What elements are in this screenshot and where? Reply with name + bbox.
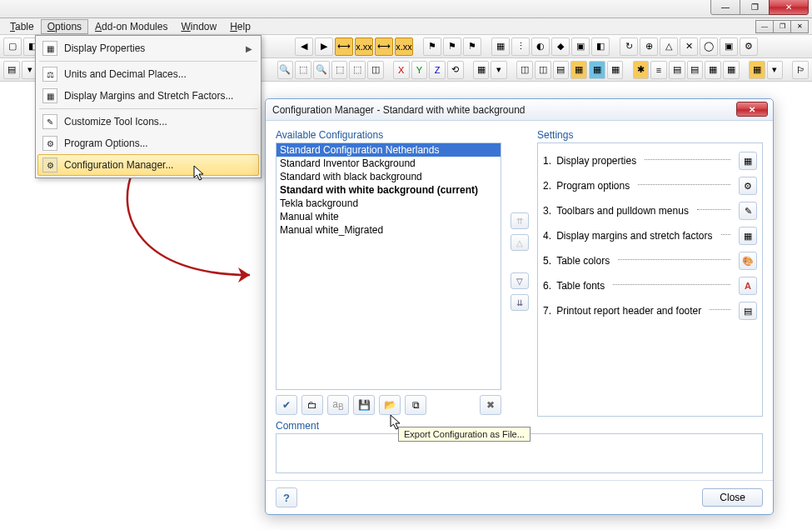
tool-icon[interactable]: ◯: [700, 38, 718, 56]
tool-icon[interactable]: ▾: [767, 61, 784, 79]
tool-icon[interactable]: ▦: [589, 61, 605, 79]
tool-icon[interactable]: ⬚: [349, 61, 366, 79]
tool-dim-icon[interactable]: x.xx: [395, 38, 413, 56]
help-button[interactable]: ?: [276, 488, 297, 508]
tool-icon[interactable]: ▤: [669, 61, 685, 79]
list-item[interactable]: Standard with white background (current): [276, 183, 501, 197]
tool-icon[interactable]: ⚙: [740, 38, 758, 56]
double-down-icon: ⇊: [516, 298, 523, 308]
list-item[interactable]: Standard Configuration Netherlands: [276, 143, 501, 157]
tool-icon[interactable]: ▢: [3, 38, 22, 56]
menu-help[interactable]: Help: [223, 19, 257, 34]
list-item[interactable]: Standard with black background: [276, 170, 501, 183]
window-maximize-button[interactable]: ❐: [740, 0, 770, 15]
setting-edit-button[interactable]: ⚙: [739, 177, 757, 195]
tool-icon[interactable]: ◆: [551, 38, 570, 56]
tool-icon[interactable]: ⊕: [640, 38, 658, 56]
setting-edit-button[interactable]: 🎨: [739, 252, 757, 270]
setting-edit-button[interactable]: ▦: [739, 227, 757, 245]
tool-icon[interactable]: ▦: [607, 61, 624, 79]
tool-icon[interactable]: ▦: [705, 61, 721, 79]
mdi-minimize-button[interactable]: —: [755, 20, 774, 33]
menu-addon-modules[interactable]: Add-on Modules: [88, 19, 174, 34]
mdi-close-button[interactable]: ✕: [790, 20, 809, 33]
tool-icon[interactable]: ▤: [553, 61, 570, 79]
tool-icon[interactable]: ≡: [650, 61, 667, 79]
tool-icon[interactable]: ✱: [633, 61, 650, 79]
tool-icon[interactable]: ↻: [620, 38, 638, 56]
apply-button[interactable]: ✔: [276, 395, 297, 415]
menu-display-margins[interactable]: ▦ Display Margins and Stretch Factors...: [37, 85, 259, 107]
tool-flag-icon[interactable]: 🏳: [792, 61, 809, 79]
move-up-button[interactable]: △: [511, 234, 529, 251]
tool-dim-icon[interactable]: x.xx: [355, 38, 373, 56]
menu-units-decimal[interactable]: ⚖ Units and Decimal Places...: [37, 63, 259, 85]
tool-icon[interactable]: ⚑: [423, 38, 441, 56]
tool-dim-icon[interactable]: ⟷: [335, 38, 353, 56]
menu-options[interactable]: Options: [41, 19, 88, 34]
tool-icon[interactable]: △: [660, 38, 678, 56]
tool-y-axis-icon[interactable]: Y: [411, 61, 428, 79]
list-item[interactable]: Manual white: [276, 210, 501, 223]
move-down-button[interactable]: ▽: [511, 272, 529, 289]
tool-icon[interactable]: ⚑: [443, 38, 461, 56]
tool-icon[interactable]: ▤: [3, 61, 20, 79]
window-minimize-button[interactable]: —: [710, 0, 740, 15]
mdi-restore-button[interactable]: ❐: [773, 20, 791, 33]
tool-icon[interactable]: ▾: [491, 61, 507, 79]
tool-dim-icon[interactable]: ⟷: [375, 38, 393, 56]
close-button[interactable]: Close: [702, 488, 763, 507]
tool-icon[interactable]: ▦: [749, 61, 765, 79]
tool-icon[interactable]: ▣: [571, 38, 590, 56]
setting-edit-button[interactable]: ▤: [739, 302, 757, 320]
copy-config-button[interactable]: ⧉: [405, 395, 426, 415]
tool-zoom-icon[interactable]: 🔍: [277, 61, 294, 79]
tool-icon[interactable]: ◫: [535, 61, 551, 79]
tool-icon[interactable]: ▦: [723, 61, 740, 79]
tool-icon[interactable]: ⚑: [463, 38, 481, 56]
tool-icon[interactable]: ▦: [570, 61, 587, 79]
list-item[interactable]: Manual white_Migrated: [276, 223, 501, 237]
tool-icon[interactable]: 🔍: [313, 61, 330, 79]
move-top-button[interactable]: ⇈: [511, 212, 529, 229]
setting-edit-button[interactable]: ✎: [739, 202, 757, 220]
menu-customize-tool-icons[interactable]: ✎ Customize Tool Icons...: [37, 111, 259, 132]
import-config-button[interactable]: 📂: [379, 395, 401, 415]
tool-icon[interactable]: ⬚: [331, 61, 348, 79]
tool-icon[interactable]: ▤: [687, 61, 704, 79]
tool-icon[interactable]: ◧: [591, 38, 610, 56]
tool-icon[interactable]: ◫: [367, 61, 384, 79]
tool-icon[interactable]: ◫: [516, 61, 533, 79]
new-config-button[interactable]: 🗀: [301, 395, 323, 415]
tool-x-axis-icon[interactable]: X: [393, 61, 410, 79]
tool-z-axis-icon[interactable]: Z: [429, 61, 446, 79]
tool-icon[interactable]: ⋮: [511, 38, 530, 56]
window-close-button[interactable]: ✕: [769, 0, 809, 15]
menu-configuration-manager[interactable]: ⚙ Configuration Manager...: [37, 154, 259, 176]
menu-window[interactable]: Window: [174, 19, 223, 34]
dialog-titlebar[interactable]: Configuration Manager - Standard with wh…: [266, 99, 773, 121]
list-item[interactable]: Tekla background: [276, 197, 501, 210]
tool-icon[interactable]: ◐: [531, 38, 550, 56]
list-item[interactable]: Standard Inventor Background: [276, 157, 501, 170]
menu-program-options[interactable]: ⚙ Program Options...: [37, 132, 259, 154]
delete-config-button[interactable]: ✖: [480, 395, 501, 415]
tool-icon[interactable]: ▣: [720, 38, 738, 56]
rename-config-button[interactable]: aB: [327, 395, 349, 415]
export-config-button[interactable]: 💾: [353, 395, 375, 415]
menu-display-properties[interactable]: ▦ Display Properties ▶: [37, 38, 259, 59]
tool-icon[interactable]: ⬚: [295, 61, 311, 79]
tool-icon[interactable]: ▦: [491, 38, 510, 56]
tool-icon[interactable]: ▦: [473, 61, 490, 79]
tool-next-icon[interactable]: ▶: [315, 38, 333, 56]
tool-icon[interactable]: ⟲: [447, 61, 464, 79]
move-bottom-button[interactable]: ⇊: [511, 294, 529, 311]
tool-prev-icon[interactable]: ◀: [295, 38, 313, 56]
tool-icon[interactable]: ✕: [680, 38, 698, 56]
menu-table[interactable]: Table: [3, 19, 41, 34]
dialog-close-button[interactable]: ✕: [736, 102, 768, 117]
setting-edit-button[interactable]: ▦: [739, 152, 757, 170]
available-configurations-list[interactable]: Standard Configuration Netherlands Stand…: [276, 142, 501, 390]
setting-edit-button[interactable]: A: [739, 277, 757, 295]
setting-margins: 4. Display margins and stretch factors ▦: [541, 223, 759, 248]
